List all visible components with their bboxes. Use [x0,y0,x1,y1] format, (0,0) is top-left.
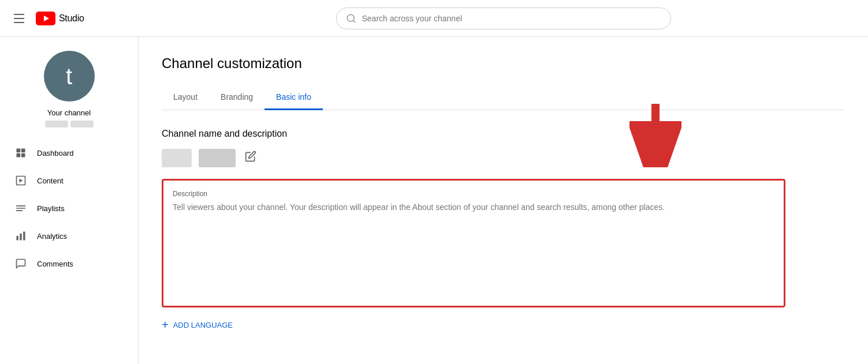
tab-layout[interactable]: Layout [162,85,209,110]
logo-link[interactable]: Studio [36,12,84,25]
sidebar: t Your channel Dashboard [0,37,139,364]
add-language-label: ADD LANGUAGE [173,321,233,329]
svg-rect-13 [17,236,18,241]
channel-name-blur-1 [162,149,192,167]
playlists-label: Playlists [37,204,65,213]
sub-blur-2 [70,121,94,127]
sidebar-item-comments[interactable]: Comments [0,250,138,277]
channel-name-blur-2 [199,149,236,167]
youtube-logo-icon [36,12,55,25]
analytics-label: Analytics [37,232,67,241]
comments-icon [14,257,28,271]
tab-basic-info[interactable]: Basic info [265,85,323,110]
svg-rect-4 [17,149,21,153]
playlists-icon [14,201,28,215]
svg-rect-5 [21,149,25,153]
search-icon [346,13,356,24]
description-textarea[interactable] [173,202,774,295]
edit-channel-name-button[interactable] [243,148,259,167]
channel-avatar: t [44,51,95,102]
comments-label: Comments [37,260,73,268]
search-input[interactable] [362,14,661,23]
svg-marker-9 [20,179,23,183]
dashboard-label: Dashboard [37,149,74,157]
channel-name-row [162,148,845,167]
sidebar-item-playlists[interactable]: Playlists [0,194,138,222]
svg-rect-15 [23,232,25,241]
sidebar-item-analytics[interactable]: Analytics [0,222,138,250]
svg-rect-14 [20,234,21,241]
svg-rect-7 [21,153,25,157]
menu-button[interactable] [9,9,29,28]
analytics-icon [14,229,28,243]
content-label: Content [37,177,64,185]
svg-line-3 [353,20,355,22]
app-body: t Your channel Dashboard [0,37,868,364]
page-title: Channel customization [162,55,845,72]
add-language-button[interactable]: + ADD LANGUAGE [162,319,845,331]
dashboard-icon [14,146,28,160]
description-box: Description [162,179,785,307]
add-language-icon: + [162,319,169,331]
description-section: Description [162,179,785,307]
channel-sub-info [45,121,94,127]
main-content: Channel customization Layout Branding Ba… [139,37,868,364]
tabs: Layout Branding Basic info [162,85,845,110]
search-bar [336,7,671,29]
sidebar-item-dashboard[interactable]: Dashboard [0,139,138,167]
sidebar-item-content[interactable]: Content [0,167,138,194]
channel-name: Your channel [47,108,91,117]
description-label: Description [173,190,774,198]
tab-branding[interactable]: Branding [209,85,265,110]
content-icon [14,174,28,187]
section-title: Channel name and description [162,129,845,139]
svg-rect-6 [17,153,21,157]
studio-label: Studio [59,13,84,24]
sub-blur-1 [45,121,68,127]
top-header: Studio [0,0,868,37]
nav-items: Dashboard Content [0,139,138,277]
